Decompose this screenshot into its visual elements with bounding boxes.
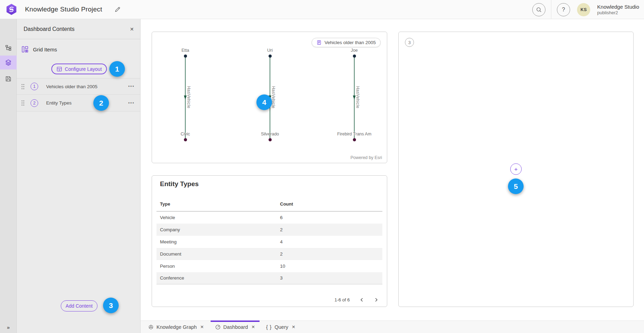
node-label: Silverado <box>261 132 279 136</box>
view-tab-bar: Knowledge Graph ✕ Dashboard ✕ { } Query … <box>141 320 644 333</box>
cell-type: Vehicle <box>156 211 277 224</box>
close-panel-button[interactable]: ✕ <box>128 25 135 33</box>
chevron-left-icon <box>360 298 364 302</box>
cell-count: 6 <box>277 211 382 224</box>
graph-edge: Joe HasVehicle Firebird Trans Am <box>330 46 379 147</box>
close-tab-icon[interactable]: ✕ <box>252 324 255 330</box>
layout-icon <box>57 66 62 72</box>
annotation-badge-3: 3 <box>103 298 119 313</box>
item-options-button[interactable]: ••• <box>128 101 135 106</box>
entity-node[interactable] <box>353 55 356 58</box>
dashboard-canvas: Vehicles older than 2005 Etta HasVehicle… <box>141 19 644 320</box>
app-root: Knowledge Studio Project ? KS Knowledge … <box>0 0 644 333</box>
grid-item-row[interactable]: 1 Vehicles older than 2005 ••• <box>17 78 140 95</box>
chevron-right-icon <box>374 298 378 302</box>
column-header-count: Count <box>277 196 382 211</box>
grid-item-label: Vehicles older than 2005 <box>46 84 98 89</box>
add-widget-button[interactable]: + <box>510 164 522 175</box>
entity-node[interactable] <box>184 138 187 141</box>
entity-node[interactable] <box>353 138 356 141</box>
search-icon <box>536 7 542 13</box>
drag-handle-icon[interactable] <box>22 84 24 89</box>
layer-chip-label: Vehicles older than 2005 <box>324 40 376 45</box>
node-label: Firebird Trans Am <box>337 132 372 136</box>
tab-query[interactable]: { } Query ✕ <box>262 321 300 333</box>
avatar[interactable]: KS <box>577 3 590 16</box>
layer-chip[interactable]: Vehicles older than 2005 <box>312 38 381 47</box>
edge-label: HasVehicle <box>186 86 191 108</box>
configure-layout-label: Configure Layout <box>65 66 102 72</box>
annotation-badge-4: 4 <box>256 94 272 110</box>
tab-knowledge-graph[interactable]: Knowledge Graph ✕ <box>144 321 209 333</box>
table-row: Conference 3 <box>156 272 382 284</box>
next-page-button[interactable] <box>374 297 379 303</box>
entity-types-widget: Entity Types Type Count Vehicle 6 Compan… <box>152 175 387 307</box>
left-rail: » <box>0 19 17 333</box>
tab-dashboard[interactable]: Dashboard ✕ <box>211 321 260 333</box>
rail-item-knowledge-graph[interactable] <box>0 41 17 55</box>
table-row: Company 2 <box>156 224 382 236</box>
braces-icon: { } <box>266 324 272 330</box>
grid-items-icon <box>22 46 28 53</box>
dashboard-gauge-icon <box>215 324 221 330</box>
panel-header: Dashboard Contents ✕ <box>17 19 140 39</box>
previous-page-button[interactable] <box>359 297 364 303</box>
panel-title: Dashboard Contents <box>24 26 75 32</box>
grid-item-label: Entity Types <box>46 100 71 106</box>
tab-label: Query <box>274 324 288 330</box>
page-title: Knowledge Studio Project <box>25 6 102 13</box>
tab-label: Dashboard <box>223 324 248 330</box>
close-tab-icon[interactable]: ✕ <box>292 324 295 330</box>
column-header-type: Type <box>156 196 277 211</box>
cell-type: Conference <box>156 272 277 284</box>
cell-count: 3 <box>277 272 382 284</box>
entity-node[interactable] <box>269 55 272 58</box>
annotation-badge-5: 5 <box>508 178 524 194</box>
add-content-button[interactable]: Add Content <box>61 300 98 311</box>
header-divider <box>551 0 551 19</box>
table-row: Meeting 4 <box>156 236 382 248</box>
configure-layout-button[interactable]: Configure Layout <box>51 64 107 74</box>
empty-grid-slot: 3 + <box>398 32 634 307</box>
cell-count: 10 <box>277 260 382 272</box>
item-options-button[interactable]: ••• <box>128 84 135 89</box>
search-button[interactable] <box>532 3 545 16</box>
help-icon: ? <box>562 7 565 13</box>
item-number-badge: 2 <box>31 99 38 107</box>
cell-count: 2 <box>277 248 382 260</box>
edge-label: HasVehicle <box>271 86 276 108</box>
drag-handle-icon[interactable] <box>22 100 24 106</box>
graph-edge: Etta HasVehicle Civic <box>161 46 210 147</box>
entity-node[interactable] <box>269 138 272 141</box>
table-pagination: 1-6 of 6 <box>334 297 379 303</box>
rail-item-save[interactable] <box>0 72 17 86</box>
node-label: Joe <box>351 48 358 53</box>
grid-item-row[interactable]: 2 Entity Types ••• <box>17 95 140 111</box>
edge-label: HasVehicle <box>355 86 360 108</box>
add-content-label: Add Content <box>66 303 93 309</box>
document-icon <box>316 40 322 45</box>
hierarchy-icon <box>5 44 12 51</box>
entity-node[interactable] <box>184 55 187 58</box>
cell-type: Meeting <box>156 236 277 248</box>
node-label: Civic <box>180 132 190 136</box>
app-header: Knowledge Studio Project ? KS Knowledge … <box>0 0 644 19</box>
edit-title-button[interactable] <box>112 5 122 14</box>
item-number-badge: 1 <box>31 83 38 90</box>
annotation-badge-1: 1 <box>109 61 125 77</box>
table-row: Vehicle 6 <box>156 211 382 224</box>
table-row: Document 2 <box>156 248 382 260</box>
knowledge-graph-icon <box>148 324 154 330</box>
cell-count: 4 <box>277 236 382 248</box>
app-logo-icon <box>5 3 18 16</box>
header-actions: ? KS Knowledge Studio publisher2 <box>532 0 641 19</box>
expand-panel-button[interactable]: » <box>0 324 17 330</box>
plus-icon: + <box>514 166 518 173</box>
user-block[interactable]: Knowledge Studio publisher2 <box>597 4 641 16</box>
close-tab-icon[interactable]: ✕ <box>200 324 204 330</box>
avatar-initials: KS <box>581 7 587 12</box>
table-row: Person 10 <box>156 260 382 272</box>
help-button[interactable]: ? <box>557 3 570 16</box>
rail-item-contents[interactable] <box>0 56 17 69</box>
pencil-icon <box>115 7 120 13</box>
